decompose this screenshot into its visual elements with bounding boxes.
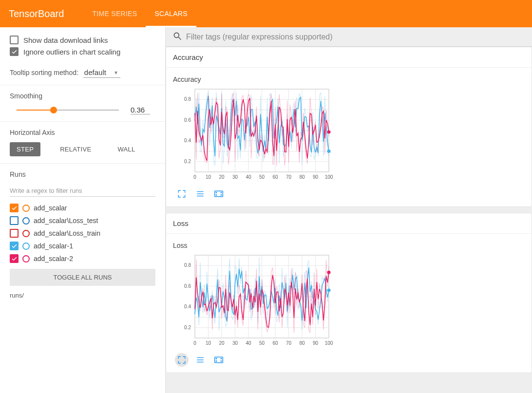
svg-text:100: 100 bbox=[325, 174, 333, 180]
run-color-swatch-3 bbox=[22, 243, 30, 250]
chart-svg: 0.20.40.60.80102030405060708090100 bbox=[173, 251, 334, 349]
svg-text:0.8: 0.8 bbox=[184, 262, 191, 268]
svg-text:40: 40 bbox=[246, 340, 251, 346]
svg-text:0.6: 0.6 bbox=[184, 283, 191, 289]
runs-label: Runs bbox=[10, 170, 155, 178]
run-checkbox-4[interactable] bbox=[10, 254, 19, 263]
option-checkbox-0[interactable] bbox=[10, 36, 19, 44]
svg-text:0.4: 0.4 bbox=[184, 304, 191, 309]
run-checkbox-1[interactable] bbox=[10, 216, 19, 225]
svg-text:20: 20 bbox=[219, 340, 225, 346]
tab-time-series[interactable]: TIME SERIES bbox=[83, 0, 146, 27]
run-label-3: add_scalar-1 bbox=[34, 242, 73, 250]
axis-wall-button[interactable]: WALL bbox=[111, 142, 142, 156]
option-label-0: Show data download links bbox=[23, 36, 108, 44]
svg-point-45 bbox=[221, 192, 221, 193]
svg-text:40: 40 bbox=[246, 174, 251, 180]
sidebar: Show data download linksIgnore outliers … bbox=[0, 27, 166, 393]
main-panel: AccuracyAccuracy0.20.40.60.8010203040506… bbox=[166, 27, 532, 393]
tooltip-sort-label: Tooltip sorting method: bbox=[10, 69, 78, 76]
svg-point-46 bbox=[216, 195, 216, 195]
run-label-0: add_scalar bbox=[34, 204, 67, 212]
card-loss: LossLoss0.20.40.60.801020304050607080901… bbox=[166, 213, 532, 373]
plot-title: Accuracy bbox=[173, 75, 525, 83]
svg-text:90: 90 bbox=[313, 174, 319, 180]
svg-text:0: 0 bbox=[193, 340, 196, 346]
toggle-y-log-icon[interactable] bbox=[193, 187, 207, 201]
fit-domain-icon[interactable] bbox=[212, 353, 226, 367]
svg-text:0.6: 0.6 bbox=[184, 117, 191, 123]
svg-text:0.2: 0.2 bbox=[184, 325, 191, 330]
run-checkbox-2[interactable] bbox=[10, 229, 19, 238]
tag-filter-input[interactable] bbox=[186, 33, 525, 41]
tag-filter-row bbox=[166, 27, 532, 47]
svg-text:10: 10 bbox=[206, 174, 211, 180]
svg-point-69 bbox=[327, 289, 331, 292]
card-accuracy: AccuracyAccuracy0.20.40.60.8010203040506… bbox=[166, 47, 532, 207]
run-label-4: add_scalar-2 bbox=[34, 255, 73, 262]
svg-text:50: 50 bbox=[259, 340, 265, 346]
svg-text:0.8: 0.8 bbox=[184, 96, 191, 102]
chart-toolbar bbox=[173, 350, 525, 367]
svg-point-24 bbox=[327, 130, 331, 133]
toggle-all-runs-button[interactable]: TOGGLE ALL RUNS bbox=[10, 269, 155, 286]
run-color-swatch-2 bbox=[22, 230, 30, 237]
axis-relative-button[interactable]: RELATIVE bbox=[53, 142, 98, 156]
svg-text:50: 50 bbox=[259, 174, 265, 180]
svg-point-92 bbox=[216, 361, 216, 361]
svg-point-44 bbox=[216, 192, 216, 193]
svg-point-91 bbox=[221, 358, 221, 359]
chart-svg: 0.20.40.60.80102030405060708090100 bbox=[173, 85, 334, 183]
run-color-swatch-4 bbox=[22, 255, 30, 262]
chart-toolbar bbox=[173, 184, 525, 201]
plot-title: Loss bbox=[173, 242, 525, 249]
fit-domain-icon[interactable] bbox=[212, 187, 226, 201]
svg-text:30: 30 bbox=[232, 174, 238, 180]
svg-line-1 bbox=[179, 37, 181, 40]
svg-text:20: 20 bbox=[219, 174, 225, 180]
run-checkbox-0[interactable] bbox=[10, 204, 19, 212]
fullscreen-icon[interactable] bbox=[175, 353, 189, 367]
card-header[interactable]: Accuracy bbox=[166, 47, 532, 68]
runs-path: runs/ bbox=[0, 289, 165, 305]
svg-text:90: 90 bbox=[313, 340, 319, 346]
svg-text:10: 10 bbox=[206, 340, 211, 346]
svg-text:60: 60 bbox=[272, 340, 278, 346]
axis-step-button[interactable]: STEP bbox=[10, 142, 40, 156]
svg-text:70: 70 bbox=[286, 174, 292, 180]
svg-text:80: 80 bbox=[299, 340, 305, 346]
svg-point-23 bbox=[327, 150, 331, 153]
svg-text:80: 80 bbox=[299, 174, 305, 180]
header-tabs: TIME SERIESSCALARS bbox=[83, 0, 196, 27]
run-color-swatch-0 bbox=[22, 205, 30, 212]
option-checkbox-1[interactable] bbox=[10, 47, 19, 56]
svg-point-93 bbox=[221, 361, 221, 361]
fullscreen-icon[interactable] bbox=[175, 187, 189, 201]
run-label-2: add_scalar\Loss_train bbox=[34, 229, 100, 237]
smoothing-value-input[interactable] bbox=[131, 106, 150, 114]
svg-text:100: 100 bbox=[325, 340, 333, 346]
svg-text:70: 70 bbox=[286, 340, 292, 346]
svg-text:30: 30 bbox=[232, 340, 238, 346]
horizontal-axis-label: Horizontal Axis bbox=[10, 129, 155, 136]
runs-filter-input[interactable] bbox=[10, 184, 155, 197]
svg-point-47 bbox=[221, 195, 221, 195]
tooltip-sort-select[interactable]: default bbox=[83, 67, 120, 78]
run-label-1: add_scalar\Loss_test bbox=[34, 217, 98, 225]
smoothing-slider[interactable] bbox=[17, 107, 119, 113]
logo: TensorBoard bbox=[9, 8, 64, 19]
option-label-1: Ignore outliers in chart scaling bbox=[23, 48, 120, 56]
app-header: TensorBoard TIME SERIESSCALARS bbox=[0, 0, 532, 27]
card-header[interactable]: Loss bbox=[166, 213, 532, 234]
svg-rect-89 bbox=[215, 357, 223, 363]
smoothing-label: Smoothing bbox=[10, 92, 155, 100]
toggle-y-log-icon[interactable] bbox=[193, 353, 207, 367]
svg-rect-43 bbox=[215, 191, 223, 197]
svg-text:0: 0 bbox=[193, 174, 196, 180]
svg-text:0.4: 0.4 bbox=[184, 138, 191, 143]
run-checkbox-3[interactable] bbox=[10, 242, 19, 250]
run-color-swatch-1 bbox=[22, 217, 30, 225]
svg-point-70 bbox=[327, 271, 331, 274]
svg-text:0.2: 0.2 bbox=[184, 159, 191, 164]
tab-scalars[interactable]: SCALARS bbox=[146, 0, 196, 27]
